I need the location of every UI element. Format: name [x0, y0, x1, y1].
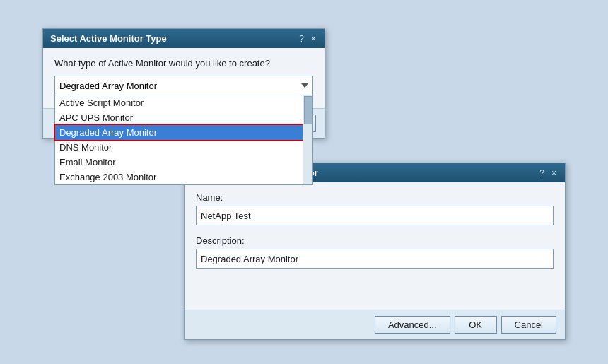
new-monitor-dialog: New Degraded Array Monitor ? × Name: Des… [184, 163, 566, 340]
dialog2-controls: ? × [538, 169, 558, 177]
dialog2-cancel-button[interactable]: Cancel [501, 316, 556, 334]
dialog1-titlebar: Select Active Monitor Type ? × [43, 29, 325, 48]
dialog2-close-button[interactable]: × [550, 169, 558, 177]
dropdown-list: Active Script Monitor APC UPS Monitor De… [54, 95, 313, 185]
dropdown-item-3[interactable]: DNS Monitor [55, 140, 303, 155]
name-input[interactable] [196, 206, 554, 225]
dropdown-item-0[interactable]: Active Script Monitor [55, 95, 303, 110]
dialog1-question: What type of Active Monitor would you li… [54, 58, 313, 69]
dialog2-footer: Advanced... OK Cancel [185, 310, 565, 339]
dropdown-item-5[interactable]: Exchange 2003 Monitor [55, 170, 303, 184]
advanced-button[interactable]: Advanced... [375, 316, 450, 334]
select-monitor-dialog: Select Active Monitor Type ? × What type… [42, 28, 325, 139]
dialog2-body: Name: Description: [185, 182, 565, 310]
dropdown-scroll-area: Active Script Monitor APC UPS Monitor De… [55, 95, 312, 184]
dropdown-items: Active Script Monitor APC UPS Monitor De… [55, 95, 303, 184]
description-input[interactable] [196, 249, 554, 269]
description-label: Description: [196, 235, 554, 246]
name-field-group: Name: [196, 192, 554, 225]
select-current-value: Degraded Array Monitor [59, 81, 157, 91]
dialog2-ok-button[interactable]: OK [455, 316, 497, 334]
name-label: Name: [196, 192, 554, 203]
body-spacer [196, 278, 554, 300]
dialog1-close-button[interactable]: × [310, 35, 317, 43]
dialog1-help-button[interactable]: ? [298, 35, 305, 43]
dialog1-controls: ? × [298, 35, 317, 43]
scrollbar-thumb [304, 96, 312, 124]
monitor-type-select[interactable]: Degraded Array Monitor [54, 76, 313, 95]
dropdown-scrollbar[interactable] [303, 95, 312, 184]
dropdown-item-1[interactable]: APC UPS Monitor [55, 110, 303, 125]
dialog2-help-button[interactable]: ? [538, 169, 546, 177]
select-arrow-icon [301, 83, 308, 88]
dropdown-item-2[interactable]: Degraded Array Monitor [55, 125, 303, 140]
dropdown-item-4[interactable]: Email Monitor [55, 155, 303, 170]
description-field-group: Description: [196, 235, 554, 269]
dialog1-body: What type of Active Monitor would you li… [43, 48, 325, 108]
dialog1-title: Select Active Monitor Type [50, 33, 167, 44]
monitor-type-select-container: Degraded Array Monitor Active Script Mon… [54, 76, 313, 95]
